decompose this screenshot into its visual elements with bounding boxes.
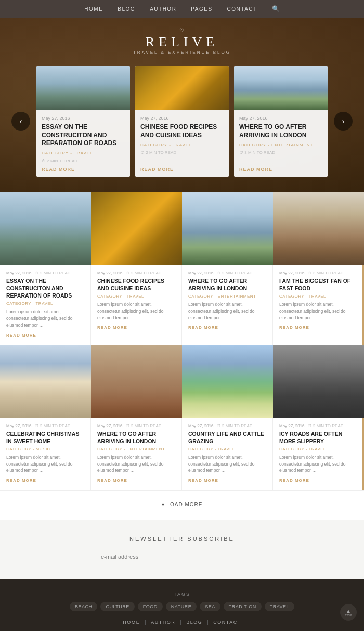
post-3-title: WHERE TO GO AFTER ARRIVING IN LONDON (188, 277, 266, 292)
newsletter-section: NEWSLETTER SUBSCRIBE (0, 520, 364, 579)
post-1-date: May 27, 2016 (6, 271, 31, 275)
slide-card-2-image (135, 66, 229, 110)
post-4-title: I AM THE BIGGEST FAN OF FAST FOOD (279, 277, 358, 292)
site-tagline: TRAVEL & EXPERIENCE BLOG (133, 50, 231, 55)
slide-card-2-date: May 27, 2016 (140, 115, 224, 121)
site-footer: TAGS BEACH CULTURE FOOD NATURE SEA TRADI… (0, 579, 364, 631)
slider-cards: May 27, 2016 ESSAY ON THE CONSTRUCITON A… (36, 66, 328, 177)
hero-slider: ‹ May 27, 2016 ESSAY ON THE CONSTRUCITON… (1, 66, 363, 192)
post-1-excerpt: Lorem ipsum dolor sit amet, consectetur … (6, 308, 84, 328)
post-7-readmore[interactable]: READ MORE (188, 478, 266, 483)
post-2-category: CATEGORY - TRAVEL (97, 294, 175, 299)
post-2-date: May 27, 2016 (97, 271, 122, 275)
footer-nav-blog[interactable]: BLOG (181, 620, 208, 625)
footer-nav-home[interactable]: HOME (118, 620, 146, 625)
slide-card-2: May 27, 2016 CHINESE FOOD RECIPES AND CU… (135, 66, 229, 177)
slide-card-1-image (36, 66, 130, 110)
footer-nav-contact[interactable]: CONTACT (208, 620, 246, 625)
post-4-category: CATEGORY - TRAVEL (279, 294, 358, 299)
post-7-excerpt: Lorem ipsum dolor sit amet, consectetur … (188, 454, 266, 474)
slider-prev-button[interactable]: ‹ (11, 112, 30, 131)
post-2-readmore[interactable]: READ MORE (97, 325, 175, 330)
post-8-readtime: ⏱ 2 MIN TO READ (307, 423, 343, 428)
post-5-date: May 27, 2016 (6, 423, 31, 428)
post-4-date: May 27, 2016 (279, 271, 304, 275)
grid-r1-post-2: May 27, 2016⏱ 2 MIN TO READ CHINESE FOOD… (91, 265, 182, 345)
post-8-title: ICY ROADS ARE OFTEN MORE SLIPPERY (279, 430, 358, 445)
post-6-category: CATEGORY - ENTERTAINMENT (97, 447, 175, 452)
footer-tag-nature[interactable]: NATURE (166, 602, 197, 611)
grid-row1-images (0, 192, 364, 265)
post-1-readtime: ⏱ 2 MIN TO READ (34, 271, 70, 275)
nav-author[interactable]: AUTHOR (150, 6, 176, 12)
back-to-top-button[interactable]: ▲ TOP (340, 604, 357, 621)
post-6-readtime: ⏱ 2 MIN TO READ (125, 423, 161, 428)
grid-row2-text: May 27, 2016⏱ 2 MIN TO READ CELEBRATING … (0, 418, 364, 491)
grid-r2-post-2: May 27, 2016⏱ 2 MIN TO READ WHERE TO GO … (91, 418, 182, 491)
site-logo: ♡ RELIVE TRAVEL & EXPERIENCE BLOG (133, 28, 231, 55)
post-5-category: CATEGORY - MUSIC (6, 447, 84, 452)
slide-card-1-readmore[interactable]: READ MORE (42, 166, 125, 172)
slide-card-1-title: ESSAY ON THE CONSTRUCITON AND REPARATION… (42, 123, 125, 148)
load-more-button[interactable]: ▾ LOAD MORE (162, 501, 203, 507)
post-2-excerpt: Lorem ipsum dolor sit amet, consectetur … (97, 301, 175, 321)
nav-home[interactable]: HOME (84, 6, 103, 12)
back-to-top-label: TOP (345, 614, 352, 617)
post-3-excerpt: Lorem ipsum dolor sit amet, consectetur … (188, 301, 266, 321)
post-1-readmore[interactable]: READ MORE (6, 333, 84, 338)
post-6-readmore[interactable]: READ MORE (97, 478, 175, 483)
post-6-title: WHERE TO GO AFTER ARRIVING IN LONDON (97, 430, 175, 445)
slide-card-2-readtime: ⏱ 2 MIN TO READ (140, 150, 224, 155)
post-7-title: COUNTRY LIFE AND CATTLE GRAZING (188, 430, 266, 445)
post-8-category: CATEGORY - TRAVEL (279, 447, 358, 452)
post-3-date: May 27, 2016 (188, 271, 213, 275)
post-5-readmore[interactable]: READ MORE (6, 478, 84, 483)
footer-tag-culture[interactable]: CULTURE (100, 602, 134, 611)
grid-r2-post-1: May 27, 2016⏱ 2 MIN TO READ CELEBRATING … (0, 418, 91, 491)
post-4-readmore[interactable]: READ MORE (279, 325, 358, 330)
newsletter-email-input[interactable] (99, 550, 265, 563)
post-6-date: May 27, 2016 (97, 423, 122, 428)
grid-r2-img-4 (273, 345, 364, 418)
grid-r2-img-3 (182, 345, 273, 418)
newsletter-title: NEWSLETTER SUBSCRIBE (10, 536, 354, 542)
search-icon[interactable]: 🔍 (272, 5, 280, 13)
slide-card-3-image (234, 66, 328, 110)
nav-contact[interactable]: CONTACT (227, 6, 257, 12)
post-7-category: CATEGORY - TRAVEL (188, 447, 266, 452)
post-3-readmore[interactable]: READ MORE (188, 325, 266, 330)
footer-tag-beach[interactable]: BEACH (70, 602, 98, 611)
newsletter-form (99, 550, 265, 563)
footer-tags-label: TAGS (10, 591, 354, 597)
footer-tag-tradition[interactable]: TRADITION (224, 602, 262, 611)
nav-pages[interactable]: PAGES (191, 6, 212, 12)
slide-card-3-readtime: ⏱ 3 MIN TO READ (239, 150, 322, 155)
post-1-title: ESSAY ON THE CONSTRUCITON AND REPARATION… (6, 277, 84, 300)
slide-card-1-category: CATEGORY - TRAVEL (42, 151, 125, 156)
post-8-date: May 27, 2016 (279, 423, 304, 428)
post-7-date: May 27, 2016 (188, 423, 213, 428)
footer-nav-author[interactable]: AUTHOR (146, 620, 181, 625)
post-4-excerpt: Lorem ipsum dolor sit amet, consectetur … (279, 301, 358, 321)
post-2-readtime: ⏱ 2 MIN TO READ (125, 271, 161, 275)
nav-blog[interactable]: BLOG (118, 6, 135, 12)
post-2-title: CHINESE FOOD RECIPES AND CUISINE IDEAS (97, 277, 175, 292)
grid-r1-img-4 (273, 192, 364, 265)
footer-tag-food[interactable]: FOOD (138, 602, 163, 611)
post-5-readtime: ⏱ 2 MIN TO READ (34, 423, 70, 428)
site-title: RELIVE (133, 34, 231, 50)
post-8-excerpt: Lorem ipsum dolor sit amet, consectetur … (279, 454, 358, 474)
slider-next-button[interactable]: › (334, 112, 353, 131)
footer-tag-sea[interactable]: SEA (200, 602, 220, 611)
slide-card-2-readmore[interactable]: READ MORE (140, 166, 224, 172)
slide-card-3-readmore[interactable]: READ MORE (239, 166, 322, 172)
slide-card-2-title: CHINESE FOOD RECIPES AND CUISINE IDEAS (140, 123, 224, 139)
grid-r1-post-3: May 27, 2016⏱ 2 MIN TO READ WHERE TO GO … (182, 265, 273, 345)
grid-r1-img-2 (91, 192, 182, 265)
heart-icon: ♡ (133, 28, 231, 33)
post-8-readmore[interactable]: READ MORE (279, 478, 358, 483)
slide-card-2-category: CATEGORY - TRAVEL (140, 143, 224, 147)
post-4-readtime: ⏱ 3 MIN TO READ (307, 271, 343, 275)
footer-tag-travel[interactable]: TRAVEL (265, 602, 294, 611)
load-more-section: ▾ LOAD MORE (0, 491, 364, 520)
